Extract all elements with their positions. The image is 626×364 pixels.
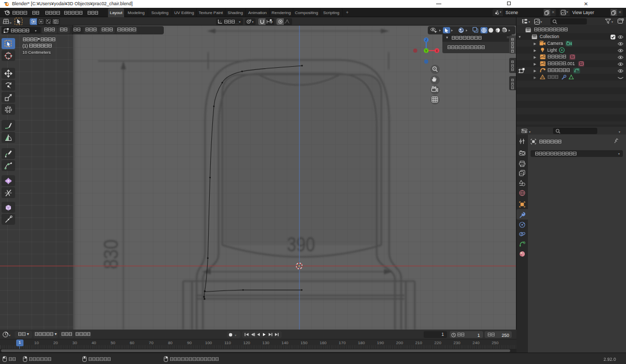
svg-text:X: X <box>436 49 438 53</box>
svg-text:Y: Y <box>425 49 428 53</box>
svg-text:Z: Z <box>425 38 427 42</box>
svg-text:390: 390 <box>287 234 315 256</box>
svg-text:830: 830 <box>100 239 122 269</box>
